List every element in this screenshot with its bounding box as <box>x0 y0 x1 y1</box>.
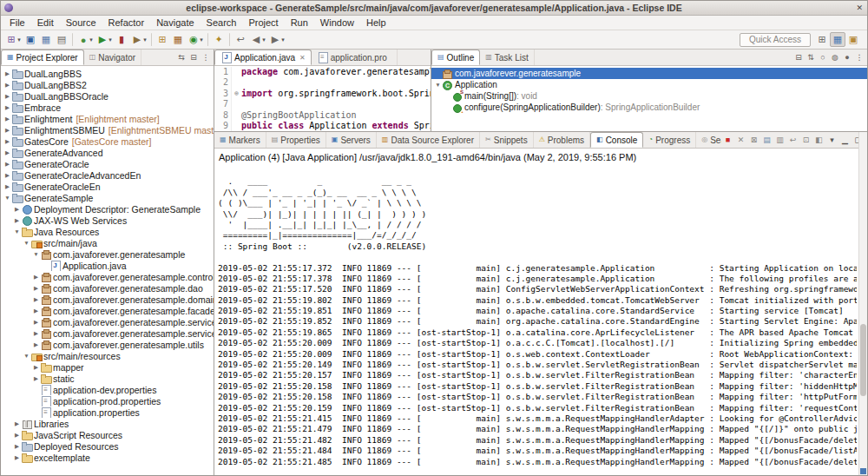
expander-icon[interactable]: ▶ <box>3 183 11 190</box>
tab-problems[interactable]: ⚠ Problems <box>534 132 590 148</box>
menu-item[interactable]: Source <box>60 17 102 29</box>
expander-icon[interactable]: ▶ <box>3 104 11 111</box>
tree-item[interactable]: ▶ static <box>1 373 214 384</box>
tree-item[interactable]: application.properties <box>1 407 214 418</box>
sort-icon[interactable]: ⇅ <box>805 51 817 63</box>
outline-item-package[interactable]: com.javaforever.generatesample <box>431 68 867 79</box>
menu-item[interactable]: File <box>3 17 31 29</box>
tree-item[interactable]: Application.java <box>1 260 214 271</box>
remove-all-launches-button[interactable]: ⊠ <box>747 134 760 147</box>
menu-item[interactable]: Navigate <box>150 17 200 29</box>
expander-icon[interactable]: ▶ <box>13 432 21 439</box>
expander-icon[interactable]: ▶ <box>3 70 11 77</box>
separator[interactable] <box>151 33 152 46</box>
tree-item[interactable]: application-dev.properties <box>1 384 214 395</box>
fold-marker-icon[interactable] <box>232 99 241 109</box>
expander-icon[interactable]: ▶ <box>32 330 40 337</box>
external-tools-dropdown-icon[interactable]: ▾ <box>141 32 148 47</box>
tab-task-list[interactable]: ▥ Task List <box>480 50 534 65</box>
expander-icon[interactable]: ▶ <box>3 93 11 100</box>
menu-item[interactable]: Run <box>285 17 314 29</box>
quick-access-field[interactable]: Quick Access <box>740 33 811 47</box>
display-selected-console-button[interactable]: ◧ <box>812 134 825 147</box>
expander-icon[interactable]: ▶ <box>32 296 40 303</box>
tree-item[interactable]: ▶ GenerateOracleEn <box>1 181 214 192</box>
new-java-project-icon[interactable]: ⊞ <box>155 32 170 47</box>
new-class-dropdown-icon[interactable]: ▾ <box>198 32 205 47</box>
collapse-all-icon[interactable]: ⊟ <box>792 51 805 63</box>
tree-item[interactable]: ▶ com.javaforever.generatesample.service <box>1 316 214 327</box>
expander-icon[interactable]: ▶ <box>32 307 40 314</box>
fold-marker-icon[interactable]: ⊕ <box>232 89 241 99</box>
tree-item[interactable]: ▼ com.javaforever.generatesample <box>1 248 214 260</box>
print-icon[interactable]: ▤ <box>54 32 69 47</box>
tree-item[interactable]: ▶ mapper <box>1 361 214 373</box>
expander-icon[interactable]: ▶ <box>32 375 40 382</box>
expander-icon[interactable]: ▶ <box>32 274 40 281</box>
tab-console[interactable]: ◧ Console <box>590 132 643 148</box>
debug-dropdown-icon[interactable]: ▾ <box>88 32 95 47</box>
expander-icon[interactable]: ▶ <box>13 217 21 224</box>
separator[interactable] <box>207 33 208 46</box>
expander-icon[interactable]: ▶ <box>13 420 21 427</box>
expander-icon[interactable]: ▼ <box>3 195 11 201</box>
expander-icon[interactable]: ▼ <box>13 228 21 235</box>
menu-item[interactable]: Search <box>201 17 243 29</box>
tree-item[interactable]: ▶ com.javaforever.generatesample.facade <box>1 305 214 316</box>
console-output[interactable]: . ____ _ __ _ _ /\\ / ___'_ __ _ _(_)_ _… <box>214 164 867 475</box>
tree-item[interactable]: ▶ EnlightmentSBMEU [EnlightmentSBMEU mas… <box>1 124 214 136</box>
tree-item[interactable]: ▶ DualLangBBS <box>1 68 214 79</box>
separator[interactable] <box>229 33 230 46</box>
tree-item[interactable]: ▶ com.javaforever.generatesample.service… <box>1 327 214 339</box>
tab-navigator[interactable]: ◫ Navigator <box>84 50 141 65</box>
outline-tree[interactable]: com.javaforever.generatesample ▼ Applica… <box>431 66 867 131</box>
search-icon[interactable]: ✦ <box>211 32 227 47</box>
expander-icon[interactable]: ▶ <box>3 172 11 179</box>
outline-item-method-configure[interactable]: configure(SpringApplicationBuilder) : Sp… <box>431 102 867 113</box>
menu-item[interactable]: Project <box>242 17 284 29</box>
tree-item[interactable]: ▶ GenerateAdvanced <box>1 147 214 158</box>
tab-application-properties[interactable]: application.pro <box>312 50 398 65</box>
tab-progress[interactable]: ◔ Progress <box>643 132 696 148</box>
last-edit-location-icon[interactable]: ↩ <box>233 32 248 47</box>
expander-icon[interactable]: ▶ <box>13 454 21 461</box>
menu-item[interactable]: Edit <box>31 17 60 29</box>
new-package-icon[interactable]: ▦ <box>170 32 186 47</box>
console-scrollbar[interactable] <box>858 132 867 475</box>
tree-item[interactable]: ▶ exceltemplate <box>1 452 214 463</box>
remove-launch-button[interactable]: ✕ <box>734 134 747 147</box>
tree-item[interactable]: ▶ com.javaforever.generatesample.utils <box>1 339 214 350</box>
scroll-lock-button[interactable]: ▥ <box>773 134 786 147</box>
save-icon[interactable]: ▣ <box>23 32 38 47</box>
tree-item[interactable]: ▶ Libraries <box>1 418 214 429</box>
outline-item-class-application[interactable]: ▼ Application <box>431 79 867 90</box>
tree-item[interactable]: application-prod.properties <box>1 395 214 407</box>
tree-item[interactable]: ▶ Embrace <box>1 102 214 113</box>
fold-marker-icon[interactable] <box>232 110 241 121</box>
tab-markers[interactable]: ▦ Markers <box>214 132 266 148</box>
tab-data-source-explorer[interactable]: ▥ Data Source Explorer <box>377 132 480 148</box>
tab-snippets[interactable]: ✂ Snippets <box>480 132 534 148</box>
expander-icon[interactable]: ▼ <box>23 353 30 359</box>
perspective-java-icon[interactable]: ▣ <box>845 32 861 47</box>
perspective-javaee-icon[interactable]: ▦ <box>830 32 845 47</box>
tree-item[interactable]: ▼ src/main/resources <box>1 350 214 361</box>
expander-icon[interactable]: ▶ <box>13 206 21 213</box>
minimize-view-button[interactable]: ▁ <box>838 134 852 147</box>
close-window-button[interactable]: ✕ <box>856 3 863 12</box>
tab-project-explorer[interactable]: ▦ Project Explorer <box>1 50 84 65</box>
word-wrap-button[interactable]: ↩ <box>786 134 799 147</box>
back-dropdown-icon[interactable]: ▾ <box>260 32 267 47</box>
scrollbar-thumb[interactable] <box>860 324 866 396</box>
tree-item[interactable]: ▶ GenerateOracleAdvancedEn <box>1 169 214 181</box>
outline-item-method-main[interactable]: main(String[]) : void <box>431 90 867 102</box>
expander-icon[interactable]: ▶ <box>32 285 40 292</box>
separator[interactable] <box>72 33 73 46</box>
tree-item[interactable]: ▶ GenerateOracle <box>1 158 214 169</box>
tree-item[interactable]: ▶ com.javaforever.generatesample.dao <box>1 282 214 294</box>
tree-item[interactable]: ▼ Java Resources <box>1 226 214 237</box>
expander-icon[interactable]: ▶ <box>32 341 40 348</box>
collapse-all-icon[interactable]: ⊟ <box>187 51 200 63</box>
expander-icon[interactable]: ▶ <box>32 319 40 326</box>
menu-item[interactable]: Window <box>314 17 360 29</box>
